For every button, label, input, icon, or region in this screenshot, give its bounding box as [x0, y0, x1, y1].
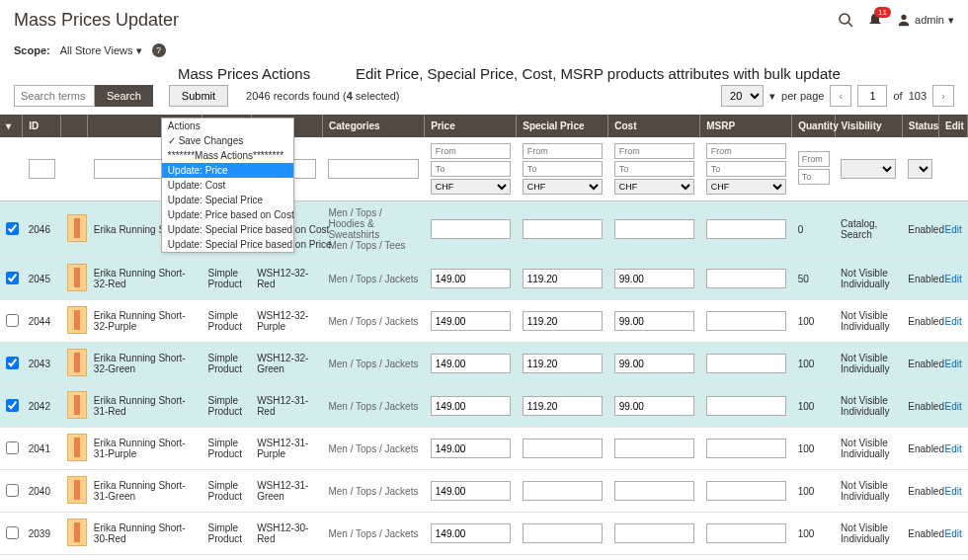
- filter-price-from[interactable]: [431, 143, 511, 159]
- price-input[interactable]: [431, 481, 511, 501]
- row-checkbox[interactable]: [6, 484, 19, 497]
- price-input[interactable]: [431, 396, 511, 416]
- filter-price-currency[interactable]: CHF: [431, 179, 511, 195]
- msrp-input[interactable]: [706, 354, 786, 373]
- filter-qty-from[interactable]: [798, 151, 830, 167]
- edit-link[interactable]: Edit: [944, 443, 961, 454]
- row-checkbox[interactable]: [6, 314, 19, 327]
- special-price-input[interactable]: [523, 311, 603, 331]
- mass-action-option[interactable]: Update: Special Price based on Cost: [162, 222, 293, 237]
- msrp-input[interactable]: [706, 439, 786, 458]
- mass-action-option[interactable]: Update: Price based on Cost: [162, 207, 293, 222]
- col-id[interactable]: ID: [23, 115, 61, 137]
- msrp-input[interactable]: [706, 219, 786, 239]
- special-price-input[interactable]: [523, 523, 603, 543]
- price-input[interactable]: [431, 439, 511, 458]
- cost-input[interactable]: [614, 269, 694, 288]
- col-special-price[interactable]: Special Price: [517, 115, 608, 137]
- filter-msrp-to[interactable]: [706, 161, 786, 177]
- page-input[interactable]: [857, 85, 887, 107]
- row-checkbox[interactable]: [6, 272, 19, 284]
- cell-id: 2041: [23, 428, 61, 470]
- edit-link[interactable]: Edit: [944, 359, 961, 369]
- search-input[interactable]: [14, 85, 95, 107]
- per-page-select[interactable]: 20: [721, 85, 764, 107]
- help-icon[interactable]: ?: [152, 43, 166, 57]
- edit-link[interactable]: Edit: [944, 528, 961, 539]
- special-price-input[interactable]: [523, 354, 603, 373]
- filter-sprice-currency[interactable]: CHF: [523, 179, 603, 195]
- price-input[interactable]: [431, 354, 511, 373]
- filter-status[interactable]: [908, 159, 932, 179]
- svg-point-0: [840, 14, 849, 24]
- search-icon[interactable]: [838, 12, 853, 28]
- col-quantity[interactable]: Quantity: [792, 115, 835, 137]
- filter-cost-currency[interactable]: CHF: [614, 179, 694, 195]
- filter-id[interactable]: [29, 159, 55, 179]
- search-button[interactable]: Search: [95, 85, 153, 107]
- msrp-input[interactable]: [706, 269, 786, 288]
- special-price-input[interactable]: [523, 481, 603, 501]
- col-status[interactable]: Status: [902, 115, 938, 137]
- cell-id: 2046: [23, 201, 61, 258]
- notifications-icon[interactable]: 11: [867, 12, 883, 28]
- special-price-input[interactable]: [523, 439, 603, 458]
- msrp-input[interactable]: [706, 523, 786, 543]
- filter-qty-to[interactable]: [798, 169, 830, 185]
- col-visibility[interactable]: Visibility: [835, 115, 902, 137]
- next-page-button[interactable]: ›: [932, 85, 954, 107]
- cost-input[interactable]: [614, 523, 694, 543]
- special-price-input[interactable]: [523, 269, 603, 288]
- col-checkbox[interactable]: ▾: [0, 115, 23, 137]
- special-price-input[interactable]: [523, 396, 603, 416]
- price-input[interactable]: [431, 219, 511, 239]
- mass-action-option[interactable]: *******Mass Actions********: [162, 148, 293, 163]
- edit-link[interactable]: Edit: [944, 224, 961, 235]
- filter-sprice-from[interactable]: [523, 143, 603, 159]
- cost-input[interactable]: [614, 311, 694, 331]
- row-checkbox[interactable]: [6, 526, 19, 539]
- table-row: 2038Erika Running Short-30-PurpleSimple …: [0, 555, 968, 561]
- filter-cost-to[interactable]: [614, 161, 694, 177]
- user-menu[interactable]: admin ▾: [897, 13, 954, 27]
- edit-link[interactable]: Edit: [944, 316, 961, 327]
- mass-action-option[interactable]: Update: Price: [162, 163, 293, 178]
- mass-action-option[interactable]: Update: Special Price based on Price: [162, 237, 293, 252]
- scope-switcher[interactable]: All Store Views ▾: [60, 44, 142, 57]
- msrp-input[interactable]: [706, 396, 786, 416]
- col-msrp[interactable]: MSRP: [700, 115, 792, 137]
- mass-action-option[interactable]: Actions: [162, 119, 293, 133]
- row-checkbox[interactable]: [6, 441, 19, 454]
- filter-categories[interactable]: [328, 159, 418, 179]
- filter-cost-from[interactable]: [614, 143, 694, 159]
- price-input[interactable]: [431, 269, 511, 288]
- row-checkbox[interactable]: [6, 222, 19, 235]
- price-input[interactable]: [431, 311, 511, 331]
- filter-sprice-to[interactable]: [523, 161, 603, 177]
- edit-link[interactable]: Edit: [944, 486, 961, 497]
- mass-action-option[interactable]: Update: Cost: [162, 178, 293, 193]
- row-checkbox[interactable]: [6, 399, 19, 412]
- col-cost[interactable]: Cost: [608, 115, 700, 137]
- cost-input[interactable]: [614, 219, 694, 239]
- filter-price-to[interactable]: [431, 161, 511, 177]
- msrp-input[interactable]: [706, 311, 786, 331]
- cost-input[interactable]: [614, 439, 694, 458]
- col-price[interactable]: Price: [425, 115, 517, 137]
- cost-input[interactable]: [614, 396, 694, 416]
- cost-input[interactable]: [614, 481, 694, 501]
- filter-visibility[interactable]: [841, 159, 896, 179]
- edit-link[interactable]: Edit: [944, 401, 961, 412]
- msrp-input[interactable]: [706, 481, 786, 501]
- mass-action-option[interactable]: Save Changes: [162, 133, 293, 148]
- row-checkbox[interactable]: [6, 357, 19, 369]
- price-input[interactable]: [431, 523, 511, 543]
- edit-link[interactable]: Edit: [944, 274, 961, 284]
- prev-page-button[interactable]: ‹: [830, 85, 851, 107]
- submit-button[interactable]: Submit: [169, 85, 228, 107]
- mass-action-option[interactable]: Update: Special Price: [162, 193, 293, 207]
- cost-input[interactable]: [614, 354, 694, 373]
- filter-msrp-from[interactable]: [706, 143, 786, 159]
- filter-msrp-currency[interactable]: CHF: [706, 179, 786, 195]
- special-price-input[interactable]: [523, 219, 603, 239]
